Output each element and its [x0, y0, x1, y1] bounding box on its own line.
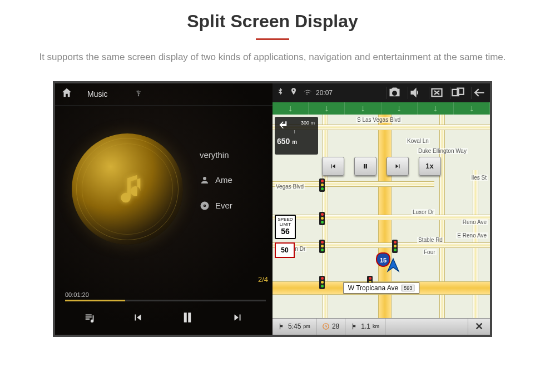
eta-item[interactable]: 5:45 pm [272, 319, 316, 335]
progress-bar[interactable] [65, 300, 266, 301]
street-label: Luxor Dr [412, 209, 435, 215]
music-header-label: Music [87, 90, 108, 98]
lane-strip: ↓ ↓ ↓ ↓ ↓ ↓ [272, 102, 490, 115]
person-icon [200, 175, 210, 185]
nav-media-controls: 1x [322, 157, 441, 176]
street-label: Reno Ave [462, 219, 488, 225]
music-top-bar: Music [55, 83, 272, 106]
music-controls [55, 309, 272, 328]
home-icon[interactable] [61, 87, 73, 101]
next-track-button[interactable] [231, 311, 244, 326]
nav-close-button[interactable]: ✕ [468, 319, 490, 335]
current-street-name: W Tropicana Ave [348, 284, 399, 292]
bluetooth-icon [276, 87, 285, 98]
device-screen: Music verythin Ame Ever 2/4 00:01: [53, 81, 492, 337]
nav-speed-button[interactable]: 1x [419, 157, 441, 176]
street-label: Vegas Blvd [275, 183, 305, 190]
lane-arrow-icon: ↓ [433, 103, 438, 113]
street-label: Stable Rd [417, 237, 444, 243]
wifi-icon [303, 87, 311, 98]
map-area[interactable]: S Las Vegas Blvd Koval Ln Duke Ellington… [272, 115, 490, 318]
street-label: Duke Ellington Way [417, 148, 468, 154]
traffic-light-icon [319, 212, 325, 225]
speed-limit-label: SPEED LIMIT [276, 217, 295, 227]
split-screen-button[interactable] [450, 87, 465, 99]
street-label: S Las Vegas Blvd [356, 117, 402, 123]
current-street-label: W Tropicana Ave 593 [343, 282, 420, 294]
track-counter: 2/4 [258, 275, 268, 284]
song-title: verythin [200, 150, 229, 160]
traffic-light-icon [319, 240, 325, 253]
nav-pause-button[interactable] [354, 157, 376, 176]
route-badge: 593 [402, 285, 414, 291]
map-panel: 20:07 ↓ ↓ ↓ ↓ ↓ ↓ [272, 83, 490, 335]
disc-icon [200, 201, 210, 211]
traffic-light-icon [319, 276, 325, 289]
lane-arrow-icon: ↓ [288, 103, 293, 113]
street-label: Koval Ln [406, 138, 430, 144]
album-name: Ever [215, 201, 232, 210]
time-remaining-item[interactable]: 28 [316, 319, 345, 335]
time-remaining-value: 28 [332, 322, 339, 330]
location-icon [289, 87, 298, 98]
eta-period: pm [303, 324, 310, 329]
street-label: Four [423, 249, 437, 255]
sub-distance: 300 m [301, 120, 315, 126]
street-label: E Reno Ave [456, 232, 488, 239]
distance-remaining-item[interactable]: 1.1 km [345, 319, 385, 335]
lane-arrow-icon: ↓ [397, 103, 402, 113]
nav-footer: 5:45 pm 28 1.1 km ✕ [272, 318, 490, 335]
turn-instruction: ↑ 300 m 650 m [275, 117, 318, 155]
clock-icon [322, 322, 330, 330]
page-title: Split Screen Display [0, 11, 545, 32]
playlist-button[interactable] [84, 311, 96, 326]
music-note-icon [108, 168, 147, 210]
route-shield: 50 [275, 242, 295, 258]
close-window-button[interactable] [429, 87, 444, 99]
volume-button[interactable] [408, 87, 423, 99]
traffic-light-icon [319, 178, 325, 192]
distance-unit: m [292, 139, 297, 145]
status-bar: 20:07 [272, 83, 490, 102]
elapsed-time: 00:01:20 [65, 291, 89, 298]
usb-icon[interactable] [135, 90, 142, 99]
speed-limit-value: 56 [276, 227, 295, 236]
pause-button[interactable] [179, 309, 196, 328]
track-info: verythin Ame Ever [200, 150, 232, 226]
lane-arrow-icon: ↓ [324, 103, 329, 113]
speed-limit-sign: SPEED LIMIT 56 [275, 215, 296, 239]
album-art [72, 133, 183, 245]
flag-icon [351, 322, 359, 330]
flag-icon [278, 322, 286, 330]
screenshot-button[interactable] [387, 87, 402, 99]
traffic-light-icon [392, 240, 398, 253]
vehicle-cursor-icon [384, 256, 403, 277]
street-label: iles St [470, 175, 488, 181]
lane-arrow-icon: ↓ [360, 103, 365, 113]
page-description: It supports the same screen display of t… [0, 50, 545, 64]
clock-time: 20:07 [316, 89, 333, 97]
main-distance: 650 [277, 137, 290, 146]
distance-value: 1.1 [361, 322, 370, 330]
lane-arrow-icon: ↓ [469, 103, 474, 113]
turn-left-icon [277, 128, 291, 135]
prev-track-button[interactable] [132, 311, 144, 326]
distance-unit: km [373, 324, 379, 329]
back-button[interactable] [471, 87, 487, 99]
nav-prev-button[interactable] [322, 157, 344, 176]
nav-next-button[interactable] [387, 157, 409, 176]
music-panel: Music verythin Ame Ever 2/4 00:01: [55, 83, 272, 335]
title-underline [256, 38, 289, 40]
eta-value: 5:45 [288, 322, 301, 330]
artist-name: Ame [215, 175, 232, 185]
